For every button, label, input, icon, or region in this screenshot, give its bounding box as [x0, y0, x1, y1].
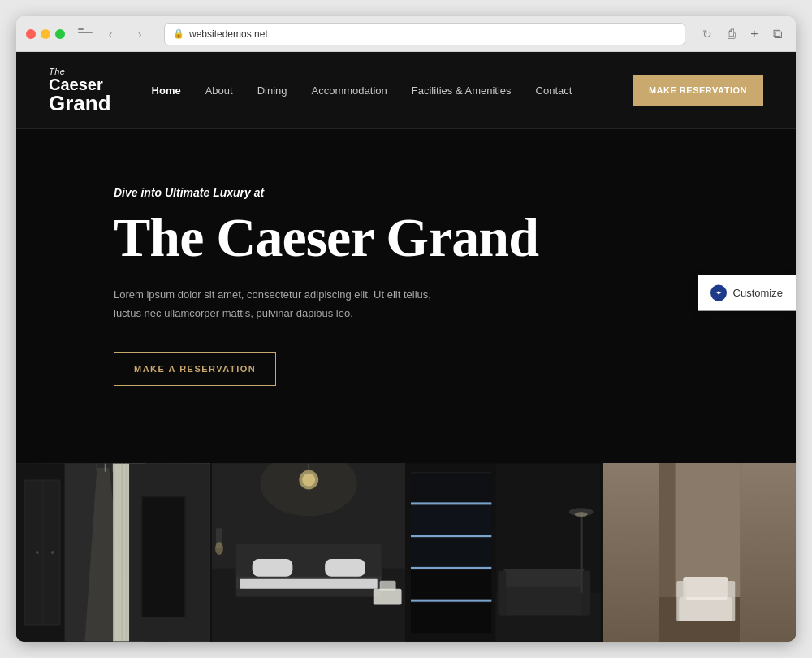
svg-rect-56: [503, 569, 584, 587]
svg-rect-48: [411, 567, 491, 569]
browser-nav-controls: ‹ ›: [78, 25, 151, 43]
svg-rect-15: [121, 464, 123, 642]
hero-desc-line1: Lorem ipsum dolor sit amet, consectetur …: [114, 288, 431, 301]
nav-about[interactable]: About: [205, 84, 233, 97]
share-button[interactable]: ⎙: [723, 25, 741, 43]
hero-title: The Caeser Grand: [114, 209, 796, 266]
svg-rect-37: [379, 581, 395, 591]
svg-rect-50: [411, 474, 491, 503]
logo-grand: Grand: [49, 93, 111, 114]
svg-rect-33: [240, 579, 377, 589]
maximize-button[interactable]: [55, 29, 65, 39]
svg-rect-20: [143, 497, 184, 617]
svg-rect-57: [498, 571, 506, 616]
browser-content: The Caeser Grand Home About Dining Accom…: [16, 52, 796, 642]
svg-rect-36: [373, 589, 401, 605]
site-wrapper: The Caeser Grand Home About Dining Accom…: [16, 52, 796, 642]
svg-point-61: [575, 512, 588, 517]
back-button[interactable]: ‹: [99, 25, 122, 43]
minimize-button[interactable]: [41, 29, 50, 39]
refresh-button[interactable]: ↻: [698, 25, 716, 43]
gallery-strip: [16, 463, 796, 642]
forward-button[interactable]: ›: [128, 25, 151, 43]
site-navigation: The Caeser Grand Home About Dining Accom…: [16, 52, 796, 129]
logo-caeser: Caeser: [49, 76, 103, 93]
svg-point-5: [36, 551, 39, 554]
svg-rect-66: [679, 597, 732, 621]
svg-rect-58: [582, 571, 590, 616]
svg-rect-59: [581, 512, 583, 592]
svg-rect-69: [727, 581, 735, 621]
svg-rect-14: [117, 464, 119, 642]
svg-rect-51: [411, 505, 491, 535]
traffic-lights: [26, 29, 65, 39]
gallery-panel-4: [601, 463, 797, 642]
nav-reservation-button[interactable]: MAKE RESERVATION: [633, 75, 763, 106]
address-bar[interactable]: 🔒 websitedemos.net: [164, 23, 685, 45]
hero-reservation-button[interactable]: MAKE A RESERVATION: [114, 352, 276, 386]
site-logo[interactable]: The Caeser Grand: [49, 67, 111, 114]
nav-contact[interactable]: Contact: [536, 84, 572, 97]
close-button[interactable]: [26, 29, 36, 39]
gallery-panel-3: [405, 463, 601, 642]
svg-rect-67: [683, 577, 728, 600]
sidebar-toggle-icon[interactable]: [78, 28, 93, 40]
svg-rect-47: [411, 535, 491, 537]
svg-rect-68: [676, 581, 686, 621]
nav-accommodation[interactable]: Accommodation: [312, 84, 387, 97]
svg-point-35: [214, 542, 222, 555]
new-tab-button[interactable]: +: [745, 25, 763, 43]
browser-titlebar: ‹ › 🔒 websitedemos.net ↻ ⎙ + ⧉: [16, 16, 796, 52]
nav-links: Home About Dining Accommodation Faciliti…: [152, 84, 633, 97]
customize-button[interactable]: ✦ Customize: [698, 275, 796, 310]
tabs-button[interactable]: ⧉: [768, 25, 786, 43]
svg-rect-41: [411, 472, 491, 474]
hero-section: Dive into Ultimate Luxury at The Caeser …: [16, 129, 796, 463]
gallery-panel-1: [16, 463, 210, 642]
customize-label: Customize: [733, 287, 783, 299]
svg-point-6: [51, 551, 54, 554]
browser-window: ‹ › 🔒 websitedemos.net ↻ ⎙ + ⧉ The Caese…: [16, 16, 796, 642]
svg-rect-32: [325, 559, 365, 577]
customize-icon: ✦: [710, 284, 727, 301]
svg-rect-13: [113, 464, 115, 642]
gallery-panel-2: [210, 463, 406, 642]
nav-facilities[interactable]: Facilities & Amenities: [412, 84, 512, 97]
svg-rect-31: [252, 559, 292, 577]
svg-rect-49: [411, 600, 491, 602]
browser-actions: ⎙ + ⧉: [723, 25, 786, 43]
svg-rect-52: [411, 538, 491, 567]
svg-rect-16: [125, 464, 127, 642]
url-text: websitedemos.net: [189, 28, 268, 40]
hero-subtitle: Dive into Ultimate Luxury at: [114, 186, 796, 199]
svg-rect-55: [499, 583, 588, 616]
hero-description: Lorem ipsum dolor sit amet, consectetur …: [114, 286, 438, 322]
svg-rect-46: [411, 502, 491, 504]
nav-home[interactable]: Home: [152, 84, 181, 97]
nav-dining[interactable]: Dining: [257, 84, 287, 97]
svg-rect-70: [675, 463, 676, 597]
svg-rect-3: [26, 482, 42, 624]
lock-icon: 🔒: [173, 28, 184, 39]
hero-desc-line2: luctus nec ullamcorper mattis, pulvinar …: [114, 307, 353, 319]
